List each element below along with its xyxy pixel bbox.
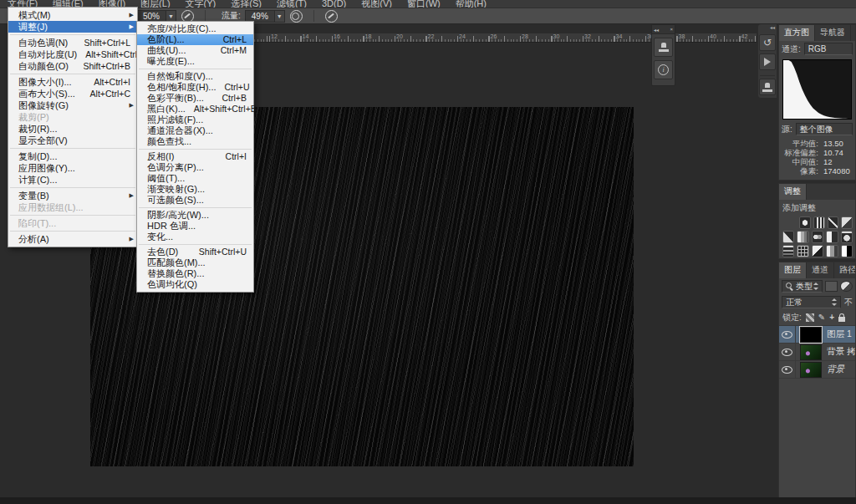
image-menu-item[interactable]: 分析(A)▶ bbox=[8, 233, 137, 245]
visibility-toggle[interactable] bbox=[779, 326, 796, 343]
channel-select[interactable]: RGB bbox=[804, 43, 853, 55]
layer-row[interactable]: 背景 拷贝 bbox=[779, 344, 855, 361]
adjust-submenu-item[interactable]: 可选颜色(S)... bbox=[137, 195, 253, 206]
threshold-adjustment-icon[interactable] bbox=[841, 245, 853, 257]
source-select[interactable]: 整个图像 bbox=[796, 123, 853, 135]
flow-dropdown-arrow-icon[interactable]: ▼ bbox=[275, 10, 285, 23]
collapse-panels-icon[interactable]: ◂◂ bbox=[654, 27, 659, 33]
lock-transparency-icon[interactable] bbox=[806, 313, 814, 322]
lock-move-icon[interactable]: + bbox=[829, 313, 834, 323]
adjust-submenu-item[interactable]: 匹配颜色(M)... bbox=[137, 257, 253, 268]
adjust-submenu-item[interactable]: 色相/饱和度(H)...Ctrl+U bbox=[137, 82, 253, 93]
visibility-toggle[interactable] bbox=[779, 344, 796, 360]
adjust-submenu-item[interactable]: 通道混合器(X)... bbox=[137, 125, 253, 136]
adjust-submenu-item[interactable]: 阈值(T)... bbox=[137, 173, 253, 184]
black-white-adjustment-icon[interactable] bbox=[826, 231, 838, 243]
adjust-submenu-item[interactable]: 黑白(K)...Alt+Shift+Ctrl+B bbox=[137, 104, 253, 115]
adjust-submenu-item[interactable]: 色彩平衡(B)...Ctrl+B bbox=[137, 93, 253, 104]
invert-adjustment-icon[interactable] bbox=[812, 245, 823, 257]
blend-mode-select[interactable]: 正常 bbox=[782, 296, 841, 308]
info-panel-button[interactable]: i bbox=[654, 60, 673, 79]
layer-thumbnail[interactable] bbox=[800, 344, 822, 360]
menu-bar-item[interactable]: 选择(S) bbox=[223, 0, 269, 8]
layer-thumbnail[interactable] bbox=[800, 327, 822, 343]
hue-saturation-adjustment-icon[interactable] bbox=[797, 231, 808, 243]
image-menu-item[interactable]: 自动颜色(O)Shift+Ctrl+B bbox=[8, 60, 137, 72]
menu-bar-item[interactable]: 帮助(H) bbox=[448, 0, 494, 8]
image-menu-item[interactable]: 计算(C)... bbox=[8, 174, 137, 186]
adjust-submenu-item[interactable]: 去色(D)Shift+Ctrl+U bbox=[137, 247, 253, 257]
image-menu-item[interactable]: 显示全部(V) bbox=[8, 135, 137, 146]
layer-row[interactable]: 图层 1 bbox=[779, 326, 855, 344]
layer-filter-type-select[interactable]: 类型 bbox=[782, 280, 823, 293]
clone-source-panel-button[interactable] bbox=[654, 38, 673, 57]
close-icon[interactable]: × bbox=[670, 27, 673, 32]
filter-pixel-layers-icon[interactable] bbox=[825, 281, 838, 292]
menu-item-label: 自动对比度(U) bbox=[18, 48, 77, 60]
photo-filter-adjustment-icon[interactable] bbox=[841, 231, 853, 243]
layer-row[interactable]: 背景 bbox=[779, 361, 855, 379]
adjust-submenu-item[interactable]: 自然饱和度(V)... bbox=[137, 71, 253, 82]
adjust-submenu-item[interactable]: 渐变映射(G)... bbox=[137, 184, 253, 195]
tablet-pressure-size-icon[interactable] bbox=[325, 10, 338, 23]
lock-all-icon[interactable] bbox=[838, 317, 845, 322]
tab-layers[interactable]: 图层 bbox=[779, 262, 807, 278]
levels-adjustment-icon[interactable] bbox=[813, 216, 825, 229]
menu-bar-item[interactable]: 文字(Y) bbox=[178, 0, 224, 8]
image-menu-item[interactable]: 图像旋转(G)▶ bbox=[8, 99, 137, 111]
adjust-submenu-item[interactable]: 变化... bbox=[137, 232, 253, 242]
menu-bar-item[interactable]: 3D(D) bbox=[314, 0, 354, 8]
adjust-submenu-item[interactable]: 颜色查找... bbox=[137, 136, 253, 147]
clone-source-panel-button[interactable] bbox=[759, 79, 776, 95]
adjust-submenu-item[interactable]: 阴影/高光(W)... bbox=[137, 210, 253, 221]
adjust-submenu-item[interactable]: 替换颜色(R)... bbox=[137, 268, 253, 279]
image-menu-item[interactable]: 自动色调(N)Shift+Ctrl+L bbox=[8, 37, 137, 48]
adjust-submenu-item[interactable]: HDR 色调... bbox=[137, 221, 253, 232]
adjust-submenu-item[interactable]: 亮度/对比度(C)... bbox=[137, 23, 253, 34]
menu-item-label: 裁切(R)... bbox=[18, 123, 130, 135]
adjust-submenu-item[interactable]: 色调均化(Q) bbox=[137, 279, 253, 290]
lock-paint-icon[interactable]: ✎ bbox=[818, 313, 825, 323]
image-menu-item[interactable]: 模式(M)▶ bbox=[8, 9, 137, 21]
channel-mixer-adjustment-icon[interactable] bbox=[782, 245, 794, 257]
image-menu-item[interactable]: 自动对比度(U)Alt+Shift+Ctrl+L bbox=[8, 48, 137, 60]
tab-channels[interactable]: 通道 bbox=[807, 262, 834, 278]
menu-bar-item[interactable]: 窗口(W) bbox=[400, 0, 448, 8]
tab-paths[interactable]: 路径 bbox=[834, 262, 856, 278]
menu-bar-item[interactable]: 图层(L) bbox=[133, 0, 177, 8]
curves-adjustment-icon[interactable] bbox=[828, 216, 839, 229]
tab-histogram[interactable]: 直方图 bbox=[779, 25, 815, 41]
adjust-submenu-item[interactable]: 照片滤镜(F)... bbox=[137, 115, 253, 125]
menu-item-shortcut: Alt+Shift+Ctrl+B bbox=[194, 104, 257, 115]
image-menu-item[interactable]: 图像大小(I)...Alt+Ctrl+I bbox=[8, 76, 137, 88]
adjust-submenu-item[interactable]: 曲线(U)...Ctrl+M bbox=[137, 45, 253, 56]
adjustment-icon-row bbox=[779, 230, 855, 244]
image-menu-item[interactable]: 应用图像(Y)... bbox=[8, 162, 137, 174]
image-menu-item[interactable]: 调整(J)▶ bbox=[8, 21, 137, 33]
adjust-submenu-item[interactable]: 曝光度(E)... bbox=[137, 56, 253, 67]
airbrush-icon[interactable] bbox=[290, 10, 303, 23]
image-menu-item[interactable]: 复制(D)... bbox=[8, 150, 137, 162]
actions-panel-button[interactable] bbox=[759, 53, 776, 70]
brightness-contrast-adjustment-icon[interactable] bbox=[799, 216, 811, 229]
tab-navigator[interactable]: 导航器 bbox=[815, 25, 851, 41]
adjust-submenu-item[interactable]: 反相(I)Ctrl+I bbox=[137, 151, 253, 162]
menu-bar-item[interactable]: 滤镜(T) bbox=[269, 0, 314, 8]
menu-bar-item[interactable]: 视图(V) bbox=[354, 0, 400, 8]
posterize-adjustment-icon[interactable] bbox=[826, 245, 838, 257]
image-menu-item[interactable]: 变量(B)▶ bbox=[8, 190, 137, 201]
tab-adjustments[interactable]: 调整 bbox=[779, 184, 807, 200]
vibrance-adjustment-icon[interactable] bbox=[782, 231, 794, 243]
history-panel-button[interactable]: ↺ bbox=[759, 34, 776, 51]
visibility-toggle[interactable] bbox=[779, 361, 796, 378]
color-balance-adjustment-icon[interactable] bbox=[812, 231, 823, 243]
color-lookup-adjustment-icon[interactable] bbox=[797, 245, 808, 257]
exposure-adjustment-icon[interactable] bbox=[841, 216, 853, 229]
image-menu-item[interactable]: 裁切(R)... bbox=[8, 123, 137, 135]
adjust-submenu-item[interactable]: 色调分离(P)... bbox=[137, 162, 253, 173]
adjust-submenu-item[interactable]: 色阶(L)...Ctrl+L bbox=[137, 34, 253, 45]
filter-adjustment-layers-icon[interactable] bbox=[840, 281, 853, 292]
expand-panels-icon[interactable]: ◂◂ bbox=[758, 24, 777, 32]
layer-thumbnail[interactable] bbox=[800, 362, 822, 378]
image-menu-item[interactable]: 画布大小(S)...Alt+Ctrl+C bbox=[8, 88, 137, 99]
